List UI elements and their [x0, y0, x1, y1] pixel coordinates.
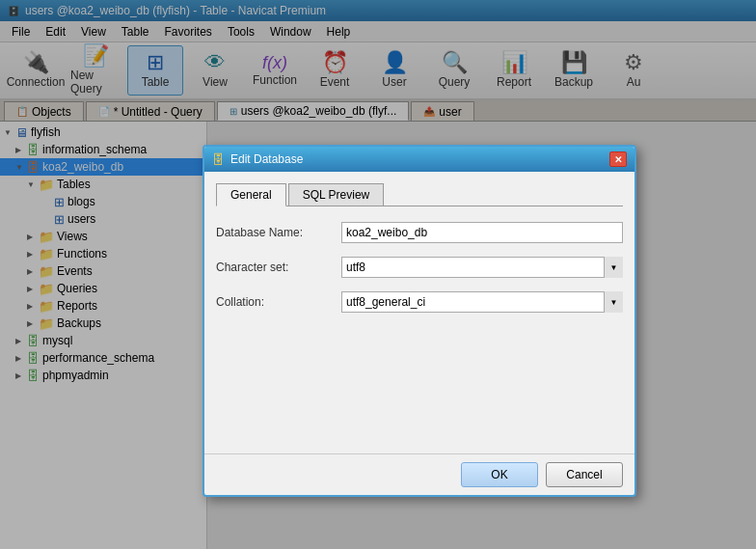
dialog-spacer: [216, 326, 623, 442]
dialog-tab-general[interactable]: General: [216, 183, 286, 206]
form-row-character-set: Character set: utf8 ▼: [216, 257, 623, 278]
dialog-buttons: OK Cancel: [204, 453, 634, 495]
database-name-input[interactable]: [341, 222, 623, 243]
dialog-tabs: General SQL Preview: [216, 183, 623, 206]
edit-database-dialog: 🗄 Edit Database ✕ General SQL Preview Da…: [202, 145, 636, 497]
form-row-collation: Collation: utf8_general_ci ▼: [216, 291, 623, 313]
dialog-title-icon: 🗄: [212, 152, 225, 167]
character-set-label: Character set:: [216, 261, 341, 274]
database-name-label: Database Name:: [216, 226, 341, 239]
cancel-label: Cancel: [566, 468, 602, 481]
dialog-cancel-button[interactable]: Cancel: [546, 462, 623, 487]
dialog-ok-button[interactable]: OK: [461, 462, 538, 487]
dialog-close-button[interactable]: ✕: [609, 151, 627, 167]
collation-wrapper: utf8_general_ci ▼: [341, 291, 623, 313]
ok-label: OK: [491, 468, 507, 481]
dialog-tab-sql-preview[interactable]: SQL Preview: [288, 183, 385, 206]
collation-label: Collation:: [216, 295, 341, 309]
dialog-title-bar: 🗄 Edit Database ✕: [204, 147, 634, 172]
dialog-title-text: Edit Database: [230, 152, 303, 166]
collation-select[interactable]: utf8_general_ci: [341, 291, 623, 313]
character-set-select[interactable]: utf8: [341, 257, 623, 278]
character-set-wrapper: utf8 ▼: [341, 257, 623, 278]
form-row-database-name: Database Name:: [216, 222, 623, 243]
dialog-content: General SQL Preview Database Name: Chara…: [204, 172, 634, 453]
